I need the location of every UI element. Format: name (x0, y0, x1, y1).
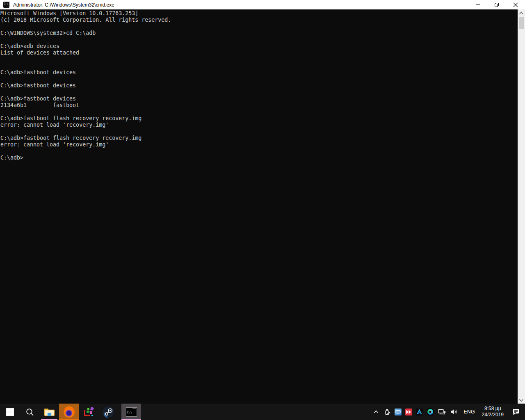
ring-tray-icon (427, 408, 434, 415)
terminal-line: C:\adb>fastboot devices (0, 69, 518, 76)
gpu-tray-button[interactable] (404, 404, 414, 420)
clock[interactable]: 8:58 μμ 24/2/2019 (479, 404, 507, 420)
terminal-line: C:\adb>fastboot devices (0, 96, 518, 102)
terminal-line: Microsoft Windows [Version 10.0.17763.25… (0, 10, 518, 17)
ethernet-icon (438, 408, 446, 416)
terminal-line: (c) 2018 Microsoft Corporation. All righ… (0, 17, 518, 23)
file-explorer-icon (44, 407, 55, 417)
action-center-button[interactable] (507, 404, 525, 420)
tray-date: 24/2/2019 (482, 412, 504, 418)
display-tray-button[interactable] (393, 404, 404, 420)
terminal-line: C:\adb>adb devices (0, 43, 518, 50)
usb-eject-icon (383, 408, 391, 416)
scroll-up-icon (519, 11, 524, 15)
taskbar-item-file-explorer[interactable] (39, 404, 59, 420)
terminal-line (0, 109, 518, 115)
firefox-icon (64, 406, 75, 418)
terminal-line: C:\adb>fastboot devices (0, 82, 518, 89)
terminal-line (0, 148, 518, 155)
terminal-line (0, 37, 518, 43)
start-icon (6, 408, 14, 416)
terminal-line: List of devices attached (0, 50, 518, 56)
terminal-line (0, 63, 518, 69)
network-tray-button[interactable] (436, 404, 448, 420)
taskbar-item-steam[interactable] (98, 404, 118, 420)
taskbar: C:\_ (0, 404, 525, 420)
system-tray: ENG 8:58 μμ 24/2/2019 (371, 404, 525, 420)
action-center-icon (512, 408, 520, 416)
terminal-line: C:\adb> (0, 155, 518, 161)
taskbar-item-colorful-app[interactable] (79, 404, 98, 420)
hidden-icons-chevron (373, 409, 379, 415)
cmd-taskbar-icon: C:\_ (126, 407, 137, 417)
restore-button[interactable] (487, 0, 506, 9)
search-icon (25, 408, 34, 416)
window-controls (468, 0, 525, 9)
terminal-line: C:\adb>fastboot flash recovery recovery.… (0, 135, 518, 142)
terminal-line (0, 23, 518, 30)
lighting-tray-button[interactable] (414, 404, 425, 420)
restore-icon (494, 2, 499, 7)
colorful-app-icon (84, 407, 94, 417)
terminal[interactable]: Microsoft Windows [Version 10.0.17763.25… (0, 9, 525, 404)
terminal-line (0, 56, 518, 63)
minimize-icon (476, 2, 480, 7)
taskbar-item-firefox[interactable] (59, 404, 79, 420)
steam-icon (103, 406, 114, 418)
language-indicator[interactable]: ENG (460, 404, 479, 420)
volume-icon (450, 408, 458, 415)
ring-tray-button[interactable] (425, 404, 436, 420)
display-tray-icon (395, 409, 402, 415)
terminal-output[interactable]: Microsoft Windows [Version 10.0.17763.25… (0, 9, 518, 404)
terminal-line (0, 76, 518, 82)
terminal-line: C:\adb>fastboot flash recovery recovery.… (0, 115, 518, 122)
terminal-line: error: cannot load 'recovery.img' (0, 142, 518, 148)
usb-eject-tray-button[interactable] (381, 404, 393, 420)
search-button[interactable] (20, 404, 39, 420)
terminal-line: C:\WINDOWS\system32>cd C:\adb (0, 30, 518, 37)
title-bar[interactable]: C:\ Administrator: C:\Windows\System32\c… (0, 0, 525, 9)
minimize-button[interactable] (468, 0, 487, 9)
show-hidden-icons-button[interactable] (371, 404, 381, 420)
lighting-tray-icon (416, 409, 423, 415)
start-button[interactable] (0, 404, 20, 420)
terminal-line: error: cannot load 'recovery.img' (0, 122, 518, 128)
cmd-window: C:\ Administrator: C:\Windows\System32\c… (0, 0, 525, 404)
terminal-line (0, 89, 518, 96)
cmd-icon: C:\ (3, 2, 9, 8)
volume-tray-button[interactable] (448, 404, 460, 420)
scroll-up-button[interactable] (518, 9, 525, 16)
scroll-down-icon (519, 399, 524, 402)
terminal-line (0, 128, 518, 135)
scrollbar-thumb[interactable] (519, 17, 524, 29)
tray-time: 8:58 μμ (482, 406, 504, 412)
scroll-down-button[interactable] (518, 397, 525, 404)
taskbar-item-cmd[interactable]: C:\_ (121, 404, 141, 420)
close-button[interactable] (506, 0, 525, 9)
close-icon (513, 2, 518, 7)
terminal-line: 2134a6b1 fastboot (0, 102, 518, 109)
scrollbar[interactable] (518, 9, 525, 404)
gpu-tray-icon (405, 409, 412, 415)
window-title: Administrator: C:\Windows\System32\cmd.e… (13, 2, 114, 8)
